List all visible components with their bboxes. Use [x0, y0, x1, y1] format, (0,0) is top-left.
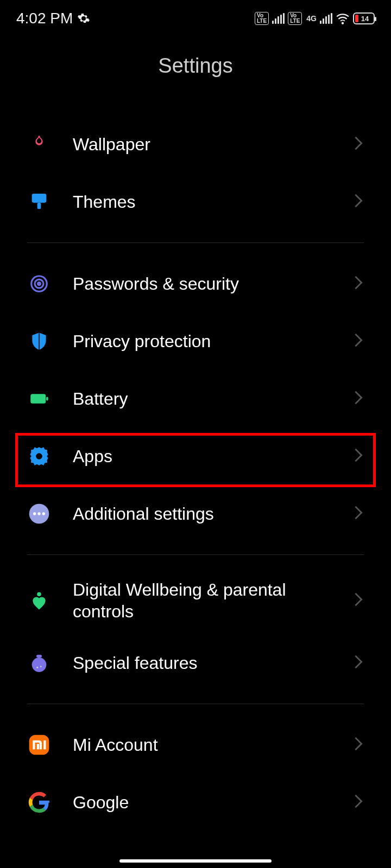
brush-icon	[27, 190, 51, 214]
row-label: Special features	[73, 652, 331, 674]
fingerprint-icon	[27, 272, 51, 296]
shield-icon	[27, 329, 51, 353]
battery-icon	[27, 387, 51, 411]
row-special-features[interactable]: Special features	[27, 634, 364, 692]
svg-point-13	[37, 592, 41, 597]
flower-icon	[27, 132, 51, 156]
svg-rect-7	[46, 397, 48, 401]
row-battery[interactable]: Battery	[27, 370, 364, 427]
row-label: Google	[73, 792, 331, 813]
status-left: 4:02 PM	[16, 10, 90, 27]
row-label: Mi Account	[73, 734, 331, 756]
row-privacy-protection[interactable]: Privacy protection	[27, 312, 364, 370]
row-label: Themes	[73, 191, 331, 213]
home-indicator[interactable]	[119, 859, 272, 863]
volte-icon: VoLTE	[255, 12, 269, 25]
google-logo-icon	[27, 790, 51, 814]
gear-icon	[77, 12, 90, 25]
svg-point-11	[37, 512, 40, 515]
section-divider	[27, 554, 364, 555]
signal-strength-icon	[272, 13, 285, 24]
chevron-right-icon	[353, 333, 364, 350]
row-apps[interactable]: Apps	[27, 427, 364, 485]
row-label: Apps	[73, 445, 331, 467]
more-icon	[27, 502, 51, 526]
row-additional-settings[interactable]: Additional settings	[27, 485, 364, 542]
row-google[interactable]: Google	[27, 774, 364, 831]
svg-rect-14	[36, 655, 42, 658]
row-themes[interactable]: Themes	[27, 173, 364, 231]
chevron-right-icon	[353, 136, 364, 153]
wifi-icon	[336, 11, 350, 25]
row-label: Additional settings	[73, 503, 331, 525]
row-wallpaper[interactable]: Wallpaper	[27, 116, 364, 173]
svg-point-8	[36, 453, 42, 459]
chevron-right-icon	[353, 505, 364, 522]
chevron-right-icon	[353, 193, 364, 210]
svg-point-12	[42, 512, 45, 515]
row-label: Wallpaper	[73, 133, 331, 155]
chevron-right-icon	[353, 448, 364, 465]
gear-badge-icon	[27, 444, 51, 468]
battery-percent: 14	[355, 15, 375, 23]
svg-rect-6	[30, 394, 46, 404]
page-title: Settings	[0, 54, 391, 78]
flask-icon	[27, 651, 51, 675]
row-digital-wellbeing[interactable]: Digital Wellbeing & parental controls	[27, 567, 364, 634]
status-time: 4:02 PM	[16, 10, 73, 27]
chevron-right-icon	[353, 275, 364, 292]
chevron-right-icon	[353, 654, 364, 672]
chevron-right-icon	[353, 736, 364, 754]
svg-rect-2	[37, 203, 41, 209]
network-type-label: 4G	[306, 14, 317, 23]
mi-logo-icon	[27, 733, 51, 757]
svg-point-15	[36, 667, 38, 668]
settings-list: Wallpaper Themes Passwords & security Pr…	[0, 116, 391, 831]
status-bar: 4:02 PM VoLTE VoLTE 4G 14	[0, 0, 391, 33]
chevron-right-icon	[353, 390, 364, 407]
svg-point-0	[342, 23, 343, 24]
row-label: Digital Wellbeing & parental controls	[73, 579, 331, 622]
person-heart-icon	[27, 589, 51, 612]
svg-point-10	[33, 512, 36, 515]
volte-icon-2: VoLTE	[288, 12, 302, 25]
row-label: Passwords & security	[73, 273, 331, 295]
row-passwords-security[interactable]: Passwords & security	[27, 255, 364, 312]
signal-strength-icon-2	[320, 13, 332, 24]
chevron-right-icon	[353, 592, 364, 609]
battery-icon: 14	[353, 12, 375, 24]
row-mi-account[interactable]: Mi Account	[27, 716, 364, 774]
svg-rect-1	[32, 194, 47, 203]
svg-point-5	[38, 283, 41, 285]
svg-point-16	[40, 666, 42, 667]
section-divider	[27, 704, 364, 704]
row-label: Battery	[73, 388, 331, 410]
row-label: Privacy protection	[73, 330, 331, 352]
status-right: VoLTE VoLTE 4G 14	[255, 11, 375, 25]
section-divider	[27, 242, 364, 243]
chevron-right-icon	[353, 794, 364, 811]
